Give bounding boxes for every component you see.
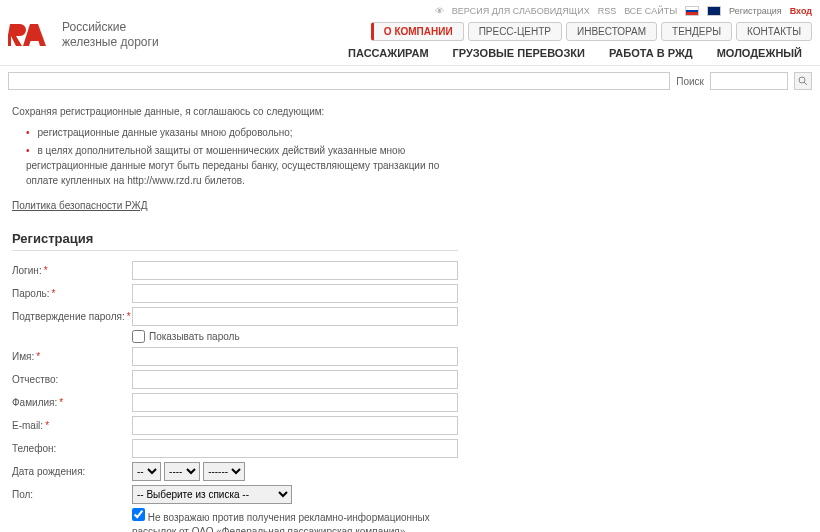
label-patronymic: Отчество:	[12, 374, 58, 385]
label-phone: Телефон:	[12, 443, 56, 454]
login-input[interactable]	[132, 261, 458, 280]
label-name: Имя:	[12, 351, 34, 362]
logo-line2: железные дороги	[62, 35, 159, 49]
search-button[interactable]	[794, 72, 812, 90]
label-password-confirm: Подтверждение пароля:	[12, 311, 125, 322]
patronymic-input[interactable]	[132, 370, 458, 389]
logo-line1: Российские	[62, 20, 159, 34]
dob-day-select[interactable]: --	[132, 462, 161, 481]
nav-about[interactable]: О КОМПАНИИ	[371, 22, 464, 41]
all-sites-link[interactable]: ВСЕ САЙТЫ	[624, 6, 677, 16]
show-password-checkbox[interactable]	[132, 330, 145, 343]
dob-year-select[interactable]: ------	[203, 462, 245, 481]
nav-youth[interactable]: МОЛОДЕЖНЫЙ	[707, 43, 812, 63]
login-link[interactable]: Вход	[790, 6, 812, 16]
password-confirm-input[interactable]	[132, 307, 458, 326]
optin-checkbox[interactable]	[132, 508, 145, 521]
password-input[interactable]	[132, 284, 458, 303]
phone-input[interactable]	[132, 439, 458, 458]
nav-passengers[interactable]: ПАССАЖИРАМ	[338, 43, 438, 63]
label-dob: Дата рождения:	[12, 466, 85, 477]
form-title: Регистрация	[12, 231, 458, 251]
nav-investors[interactable]: ИНВЕСТОРАМ	[566, 22, 657, 41]
dob-month-select[interactable]: ----	[164, 462, 200, 481]
nav-cargo[interactable]: ГРУЗОВЫЕ ПЕРЕВОЗКИ	[443, 43, 595, 63]
name-input[interactable]	[132, 347, 458, 366]
flag-en-icon[interactable]	[707, 6, 721, 16]
email-input[interactable]	[132, 416, 458, 435]
consent-intro: Сохраняя регистрационные данные, я согла…	[12, 104, 458, 119]
label-password: Пароль:	[12, 288, 49, 299]
nav-contacts[interactable]: КОНТАКТЫ	[736, 22, 812, 41]
consent-item2: в целях дополнительной защиты от мошенни…	[26, 143, 458, 188]
register-link[interactable]: Регистрация	[729, 6, 782, 16]
main-search-input[interactable]	[8, 72, 670, 90]
gender-select[interactable]: -- Выберите из списка --	[132, 485, 292, 504]
nav-tenders[interactable]: ТЕНДЕРЫ	[661, 22, 732, 41]
optin-label[interactable]: Не возражаю против получения рекламно-ин…	[132, 512, 430, 532]
consent-item1: регистрационные данные указаны мною добр…	[26, 125, 458, 140]
nav-press[interactable]: ПРЕСС-ЦЕНТР	[468, 22, 562, 41]
policy-link[interactable]: Политика безопасности РЖД	[12, 198, 148, 213]
label-gender: Пол:	[12, 489, 33, 500]
search-icon	[798, 76, 808, 86]
svg-line-1	[804, 82, 807, 85]
rzd-logo-icon	[8, 22, 54, 48]
label-login: Логин:	[12, 265, 42, 276]
search-label: Поиск	[676, 76, 704, 87]
search-input[interactable]	[710, 72, 788, 90]
rss-link[interactable]: RSS	[598, 6, 617, 16]
flag-ru-icon[interactable]	[685, 6, 699, 16]
surname-input[interactable]	[132, 393, 458, 412]
eye-icon: 👁	[435, 6, 444, 16]
accessibility-link[interactable]: ВЕРСИЯ ДЛЯ СЛАБОВИДЯЩИХ	[452, 6, 590, 16]
label-email: E-mail:	[12, 420, 43, 431]
show-password-label[interactable]: Показывать пароль	[132, 330, 458, 343]
nav-work[interactable]: РАБОТА В РЖД	[599, 43, 703, 63]
label-surname: Фамилия:	[12, 397, 57, 408]
